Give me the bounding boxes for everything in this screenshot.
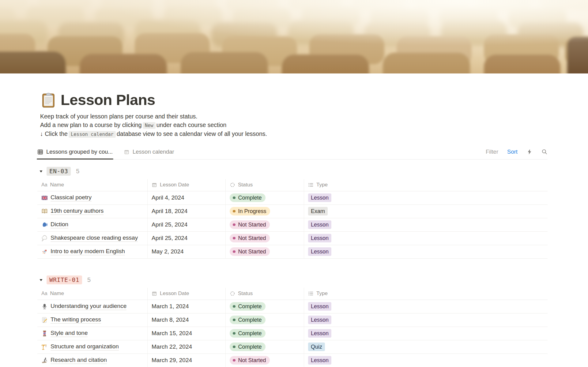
lesson-date-value: April 18, 2024	[152, 208, 187, 215]
cell-type[interactable]: Quiz	[304, 340, 548, 354]
table-row[interactable]: Style and toneMarch 15, 2024CompleteLess…	[37, 327, 548, 340]
cell-type[interactable]: Lesson	[304, 354, 548, 367]
group-count: 5	[76, 168, 79, 175]
column-header-status[interactable]: Status	[225, 288, 304, 300]
cell-name[interactable]: Shakespeare close reading essay	[37, 232, 147, 245]
calendar-icon	[152, 182, 157, 188]
cell-type[interactable]: Lesson	[304, 245, 548, 258]
page-header: Lesson Plans Keep track of your lesson p…	[40, 92, 548, 139]
cell-type[interactable]: Lesson	[304, 327, 548, 340]
cell-name[interactable]: The writing process	[37, 313, 147, 327]
column-header-lesson-date[interactable]: Lesson Date	[147, 288, 225, 300]
sort-button[interactable]: Sort	[507, 148, 518, 155]
cell-name[interactable]: 19th century authors	[37, 205, 147, 218]
status-label: Complete	[238, 317, 262, 323]
clipboard-icon	[40, 92, 57, 108]
cell-lesson-date[interactable]: March 22, 2024	[147, 340, 225, 354]
cell-status[interactable]: Complete	[225, 340, 304, 354]
column-header-label: Name	[50, 290, 64, 297]
collapse-group-button[interactable]	[37, 278, 47, 282]
cell-type[interactable]: Lesson	[304, 300, 548, 313]
row-title[interactable]: 19th century authors	[51, 208, 104, 215]
row-title[interactable]: Intro to early modern English	[51, 248, 125, 255]
cell-name[interactable]: Research and citation	[37, 354, 147, 367]
cell-lesson-date[interactable]: April 25, 2024	[147, 232, 225, 245]
status-badge: Complete	[230, 316, 266, 324]
cell-type[interactable]: Lesson	[304, 232, 548, 245]
row-title[interactable]: Style and tone	[51, 330, 88, 337]
cell-lesson-date[interactable]: March 15, 2024	[147, 327, 225, 340]
table-row[interactable]: Shakespeare close reading essayApril 25,…	[37, 232, 548, 245]
type-badge: Lesson	[308, 302, 331, 311]
tab-lesson-calendar[interactable]: Lesson calendar	[124, 145, 174, 159]
cell-status[interactable]: Not Started	[225, 218, 304, 231]
cell-type[interactable]: Lesson	[304, 191, 548, 204]
lesson-date-value: March 15, 2024	[152, 330, 192, 337]
column-header-label: Name	[50, 182, 64, 188]
search-icon[interactable]	[541, 149, 548, 155]
table-row[interactable]: Classical poetryApril 4, 2024CompleteLes…	[37, 191, 548, 205]
table-row[interactable]: DictionApril 25, 2024Not StartedLesson	[37, 218, 548, 232]
cell-lesson-date[interactable]: March 1, 2024	[147, 300, 225, 313]
cell-type[interactable]: Exam	[304, 205, 548, 218]
group-header: EN-035	[37, 166, 548, 177]
cell-status[interactable]: Complete	[225, 327, 304, 340]
column-header-label: Status	[238, 290, 253, 297]
cell-name[interactable]: Classical poetry	[37, 191, 147, 204]
status-badge: Complete	[230, 302, 266, 311]
lightning-icon[interactable]	[526, 149, 533, 155]
table-row[interactable]: The writing processMarch 8, 2024Complete…	[37, 313, 548, 327]
table-row[interactable]: 19th century authorsApril 18, 2024In Pro…	[37, 205, 548, 218]
cell-status[interactable]: Not Started	[225, 232, 304, 245]
cell-lesson-date[interactable]: April 25, 2024	[147, 218, 225, 231]
row-title[interactable]: Research and citation	[51, 357, 107, 364]
cell-type[interactable]: Lesson	[304, 313, 548, 327]
row-title[interactable]: Diction	[51, 221, 68, 228]
row-title[interactable]: Understanding your audience	[51, 303, 126, 310]
group-badge[interactable]: EN-03	[47, 167, 71, 176]
status-badge: Not Started	[230, 356, 270, 365]
group-write-01: WRITE-015AaNameLesson DateStatusTypeUnde…	[37, 275, 548, 367]
cell-name[interactable]: Diction	[37, 218, 147, 231]
row-title[interactable]: Structure and organization	[51, 343, 119, 350]
tab-lessons-grouped-by-course[interactable]: Lessons grouped by cou...	[37, 145, 113, 159]
cell-status[interactable]: Complete	[225, 300, 304, 313]
cell-name[interactable]: Intro to early modern English	[37, 245, 147, 258]
cell-status[interactable]: Not Started	[225, 245, 304, 258]
column-header-type[interactable]: Type	[304, 179, 548, 191]
cell-status[interactable]: Complete	[225, 191, 304, 204]
row-title[interactable]: The writing process	[51, 316, 101, 324]
collapse-group-button[interactable]	[37, 170, 47, 173]
cell-lesson-date[interactable]: March 8, 2024	[147, 313, 225, 327]
status-label: Complete	[238, 344, 262, 350]
cell-status[interactable]: In Progress	[225, 205, 304, 218]
thread-spool-icon	[41, 330, 48, 337]
cell-name[interactable]: Style and tone	[37, 327, 147, 340]
group-badge[interactable]: WRITE-01	[47, 275, 82, 284]
cell-status[interactable]: Not Started	[225, 354, 304, 367]
column-header-name[interactable]: AaName	[37, 288, 147, 300]
table-row[interactable]: Structure and organizationMarch 22, 2024…	[37, 340, 548, 354]
column-header-type[interactable]: Type	[304, 288, 548, 300]
status-label: Complete	[238, 303, 262, 310]
cell-status[interactable]: Complete	[225, 313, 304, 327]
cell-lesson-date[interactable]: May 2, 2024	[147, 245, 225, 258]
column-header-name[interactable]: AaName	[37, 179, 147, 191]
cell-name[interactable]: Structure and organization	[37, 340, 147, 354]
cell-lesson-date[interactable]: April 4, 2024	[147, 191, 225, 204]
cell-lesson-date[interactable]: April 18, 2024	[147, 205, 225, 218]
table-row[interactable]: Intro to early modern EnglishMay 2, 2024…	[37, 245, 548, 259]
column-header-lesson-date[interactable]: Lesson Date	[147, 179, 225, 191]
row-title[interactable]: Classical poetry	[51, 194, 92, 201]
status-badge: Not Started	[230, 247, 270, 256]
cell-name[interactable]: Understanding your audience	[37, 300, 147, 313]
column-header-status[interactable]: Status	[225, 179, 304, 191]
cell-type[interactable]: Lesson	[304, 218, 548, 231]
cell-lesson-date[interactable]: March 29, 2024	[147, 354, 225, 367]
filter-button[interactable]: Filter	[486, 148, 498, 155]
table-row[interactable]: Understanding your audienceMarch 1, 2024…	[37, 300, 548, 313]
row-title[interactable]: Shakespeare close reading essay	[51, 234, 138, 242]
type-badge: Lesson	[308, 316, 331, 324]
table-row[interactable]: Research and citationMarch 29, 2024Not S…	[37, 354, 548, 367]
column-header-label: Type	[316, 182, 328, 188]
